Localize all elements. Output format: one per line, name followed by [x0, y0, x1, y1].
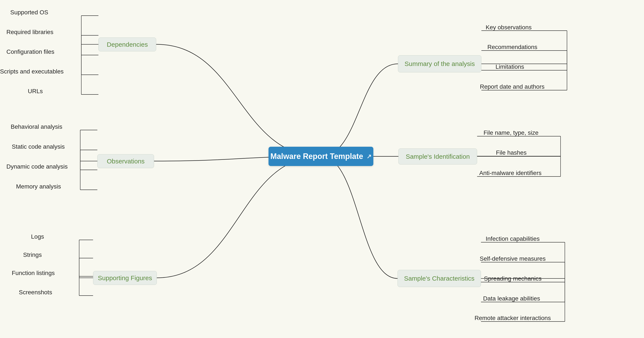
- branch-characteristics[interactable]: Sample's Characteristics: [398, 270, 481, 287]
- branch-observations[interactable]: Observations: [97, 154, 154, 168]
- leaf-memory-analysis: Memory analysis: [16, 182, 61, 191]
- branch-summary[interactable]: Summary of the analysis: [398, 55, 482, 72]
- leaf-key-observations: Key observations: [486, 23, 532, 32]
- branch-supporting-figures[interactable]: Supporting Figures: [93, 271, 157, 285]
- leaf-logs: Logs: [31, 232, 44, 241]
- leaf-anti-malware-identifiers: Anti-malware identifiers: [479, 169, 542, 177]
- leaf-recommendations: Recommendations: [488, 43, 537, 51]
- leaf-spreading-mechanics: Spreading mechanics: [484, 274, 542, 283]
- leaf-required-libraries: Required libraries: [6, 28, 53, 36]
- leaf-self-defensive-measures: Self-defensive measures: [480, 254, 546, 263]
- leaf-configuration-files: Configuration files: [6, 48, 54, 56]
- external-link-icon: ↗: [366, 153, 372, 160]
- branch-identification[interactable]: Sample's Identification: [398, 148, 477, 164]
- center-label: Malware Report Template: [270, 152, 363, 161]
- leaf-remote-attacker-interactions: Remote attacker interactions: [474, 314, 551, 322]
- leaf-supported-os: Supported OS: [10, 8, 48, 17]
- leaf-behavioral-analysis: Behavioral analysis: [11, 122, 62, 131]
- leaf-file-name-type-size: File name, type, size: [484, 128, 538, 137]
- connections-svg: [0, 0, 644, 338]
- leaf-limitations: Limitations: [496, 63, 524, 71]
- leaf-file-hashes: File hashes: [496, 148, 526, 157]
- leaf-function-listings: Function listings: [12, 269, 55, 277]
- leaf-urls: URLs: [28, 87, 43, 96]
- leaf-report-date-authors: Report date and authors: [480, 82, 544, 91]
- leaf-screenshots: Screenshots: [19, 288, 52, 297]
- leaf-scripts-executables: Scripts and executables: [0, 67, 64, 76]
- branch-dependencies[interactable]: Dependencies: [98, 38, 156, 51]
- leaf-dynamic-code-analysis: Dynamic code analysis: [6, 162, 68, 171]
- leaf-infection-capabilities: Infection capabilities: [486, 235, 540, 243]
- leaf-static-code-analysis: Static code analysis: [12, 142, 64, 151]
- mindmap-container: Malware Report Template ↗ Dependencies S…: [0, 0, 644, 338]
- leaf-strings: Strings: [23, 251, 42, 259]
- center-node[interactable]: Malware Report Template ↗: [268, 147, 373, 166]
- leaf-data-leakage-abilities: Data leakage abilities: [483, 294, 540, 303]
